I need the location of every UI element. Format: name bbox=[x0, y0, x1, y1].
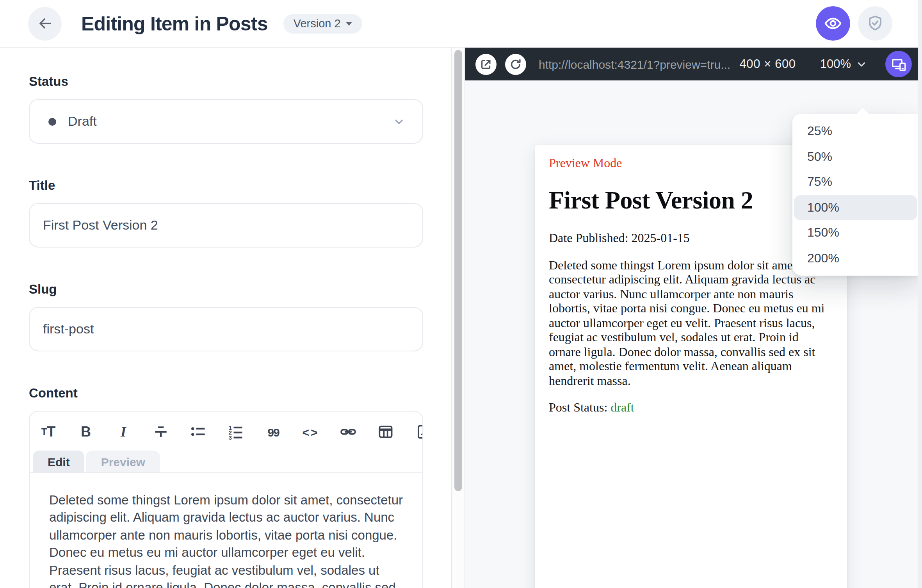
external-link-icon bbox=[479, 57, 493, 71]
zoom-level-value: 100% bbox=[820, 57, 851, 71]
edit-form: Status Draft Title Slug bbox=[0, 48, 451, 588]
post-status-label: Post Status: bbox=[549, 401, 611, 414]
preview-url[interactable]: http://localhost:4321/1?preview=tru... bbox=[539, 57, 731, 71]
eye-icon bbox=[824, 14, 842, 33]
preview-post-body: Deleted some thingst Lorem ipsum dolor s… bbox=[549, 258, 833, 388]
status-select[interactable]: Draft bbox=[29, 99, 423, 144]
ordered-list-icon[interactable]: 123 bbox=[227, 422, 244, 441]
zoom-option-150[interactable]: 150% bbox=[794, 220, 917, 246]
tab-preview[interactable]: Preview bbox=[86, 451, 160, 472]
slug-label: Slug bbox=[29, 282, 436, 297]
edit-panel-scrollbar[interactable] bbox=[451, 48, 465, 588]
preview-post-status: Post Status: draft bbox=[549, 401, 833, 415]
refresh-icon bbox=[509, 57, 522, 71]
status-dot-icon bbox=[48, 118, 56, 125]
zoom-option-50[interactable]: 50% bbox=[794, 144, 917, 169]
edit-panel: Status Draft Title Slug bbox=[0, 48, 465, 588]
bold-icon[interactable]: B bbox=[77, 422, 94, 441]
version-selector[interactable]: Version 2 bbox=[283, 14, 363, 33]
svg-text:3: 3 bbox=[229, 435, 232, 440]
zoom-option-200[interactable]: 200% bbox=[794, 246, 917, 271]
preview-viewport-area: Preview Mode First Post Version 2 Date P… bbox=[465, 80, 922, 588]
zoom-option-75[interactable]: 75% bbox=[794, 169, 917, 195]
slug-field: Slug bbox=[29, 282, 436, 351]
italic-icon[interactable]: I bbox=[115, 422, 132, 441]
caret-down-icon bbox=[346, 21, 352, 25]
code-icon[interactable]: <> bbox=[302, 422, 319, 441]
blockquote-icon[interactable]: 99 bbox=[265, 422, 282, 441]
link-icon[interactable] bbox=[340, 422, 357, 441]
title-field: Title bbox=[29, 178, 436, 248]
topbar: Editing Item in Posts Version 2 bbox=[0, 0, 922, 48]
content-textarea[interactable]: Deleted some thingst Lorem ipsum dolor s… bbox=[30, 473, 422, 588]
arrow-left-icon bbox=[36, 15, 53, 32]
text-size-icon[interactable]: TT bbox=[40, 422, 57, 441]
app-window: Editing Item in Posts Version 2 Status bbox=[0, 0, 922, 588]
shield-check-icon bbox=[866, 14, 885, 33]
version-label: Version 2 bbox=[294, 17, 341, 30]
zoom-dropdown-menu: 25% 50% 75% 100% 150% 200% bbox=[792, 114, 919, 276]
window-scrollbar-gutter[interactable] bbox=[918, 0, 922, 588]
image-icon[interactable] bbox=[415, 422, 423, 441]
preview-panel: http://localhost:4321/1?preview=tru... 4… bbox=[465, 48, 922, 588]
status-label: Status bbox=[29, 74, 436, 89]
preview-post-title: First Post Version 2 bbox=[549, 186, 833, 215]
zoom-option-25[interactable]: 25% bbox=[794, 119, 917, 144]
content-field: Content TT B I bbox=[29, 386, 436, 588]
open-in-new-tab-button[interactable] bbox=[475, 53, 497, 75]
status-field: Status Draft bbox=[29, 74, 436, 144]
post-status-value: draft bbox=[611, 401, 634, 414]
tab-edit[interactable]: Edit bbox=[33, 451, 85, 472]
preview-toggle-button[interactable] bbox=[816, 6, 850, 41]
preview-date-line: Date Published: 2025-01-15 bbox=[549, 231, 833, 245]
bullet-list-icon[interactable] bbox=[190, 422, 207, 441]
menu-caret-icon bbox=[856, 108, 869, 114]
viewport-size: 400 × 600 bbox=[740, 57, 796, 71]
devices-icon bbox=[890, 56, 907, 72]
edit-panel-scrollbar-thumb[interactable] bbox=[454, 50, 462, 491]
zoom-option-100[interactable]: 100% bbox=[794, 195, 917, 220]
status-value: Draft bbox=[68, 114, 97, 129]
chevron-down-icon bbox=[393, 115, 405, 128]
title-input[interactable] bbox=[29, 203, 423, 248]
validation-button[interactable] bbox=[858, 6, 892, 41]
page-title: Editing Item in Posts bbox=[81, 12, 268, 35]
editor-toolbar: TT B I 123 99 bbox=[30, 412, 422, 446]
main-split: Status Draft Title Slug bbox=[0, 48, 922, 588]
slug-input[interactable] bbox=[29, 307, 423, 351]
table-icon[interactable] bbox=[377, 422, 394, 441]
back-button[interactable] bbox=[28, 7, 62, 40]
title-label: Title bbox=[29, 178, 436, 193]
preview-browser-bar: http://localhost:4321/1?preview=tru... 4… bbox=[465, 48, 922, 80]
device-mode-button[interactable] bbox=[885, 51, 912, 77]
zoom-level-dropdown[interactable]: 100% bbox=[820, 57, 867, 71]
chevron-down-icon bbox=[856, 58, 867, 70]
content-label: Content bbox=[29, 386, 436, 401]
editor-tabs: Edit Preview bbox=[30, 446, 422, 472]
refresh-button[interactable] bbox=[505, 53, 526, 75]
content-editor: TT B I 123 99 bbox=[29, 411, 423, 588]
strikethrough-icon[interactable] bbox=[152, 422, 169, 441]
preview-mode-badge: Preview Mode bbox=[549, 156, 833, 170]
